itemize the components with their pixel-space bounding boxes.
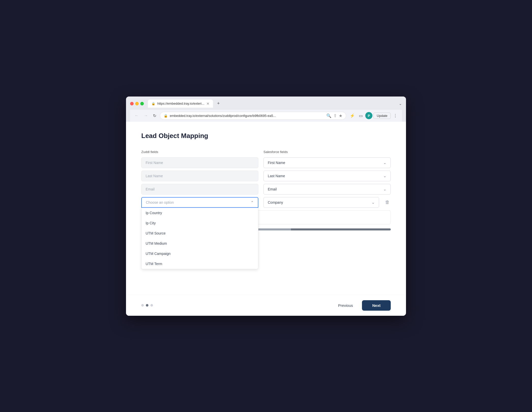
page-content: Lead Object Mapping Zuddl fields Salesfo… — [126, 122, 406, 295]
chevron-up-icon: ⌃ — [251, 200, 254, 204]
dropdown-panel: Ip Country Ip City UTM Source UTM Medium… — [141, 208, 258, 269]
traffic-lights — [130, 102, 144, 105]
dropdown-option-utm-term[interactable]: UTM Term — [142, 259, 258, 269]
browser-titlebar: 🔒 https://embedded.tray.io/exteri... ✕ +… — [126, 97, 406, 122]
zuddl-field-lastname: Last Name — [141, 171, 258, 181]
table-row: Last Name Last Name ⌄ — [141, 171, 391, 181]
traffic-light-maximize[interactable] — [140, 102, 144, 105]
extensions-icon[interactable]: ⚡ — [348, 112, 356, 119]
address-lock-icon: 🔒 — [164, 114, 168, 118]
zuddl-field-active-dropdown[interactable]: Choose an option ⌃ — [141, 197, 258, 208]
pagination-dots — [141, 304, 153, 307]
reader-icon[interactable]: ▭ — [357, 112, 364, 119]
reload-button[interactable]: ↻ — [151, 112, 158, 119]
forward-button[interactable]: → — [142, 112, 149, 119]
back-button[interactable]: ← — [133, 112, 140, 119]
salesforce-dropdown-lastname[interactable]: Last Name ⌄ — [263, 171, 391, 181]
page-title: Lead Object Mapping — [141, 132, 391, 140]
dropdown-option-ip-city[interactable]: Ip City — [142, 218, 258, 228]
tab-chevron-icon: ⌄ — [399, 102, 402, 106]
browser-tabs-row: 🔒 https://embedded.tray.io/exteri... ✕ +… — [130, 100, 402, 108]
traffic-light-minimize[interactable] — [135, 102, 139, 105]
profile-button[interactable]: P — [365, 112, 372, 119]
footer-buttons: Previous Next — [333, 300, 391, 311]
address-url: embedded.tray.io/external/solutions/zudd… — [170, 114, 276, 118]
mapping-rows: First Name First Name ⌄ Last Name Last N… — [141, 157, 391, 208]
share-icon: ⇧ — [333, 113, 337, 118]
search-icon: 🔍 — [326, 113, 331, 118]
zuddl-header: Zuddl fields — [141, 150, 258, 154]
pagination-dot-3 — [150, 304, 153, 307]
zuddl-field-email: Email — [141, 184, 258, 195]
browser-tab[interactable]: 🔒 https://embedded.tray.io/exteri... ✕ — [148, 100, 213, 108]
browser-window: 🔒 https://embedded.tray.io/exteri... ✕ +… — [126, 97, 406, 316]
toolbar-icons: ⚡ ▭ P Update ⋮ — [348, 112, 399, 119]
dropdown-option-utm-campaign[interactable]: UTM Campaign — [142, 249, 258, 259]
salesforce-value-company: Company — [268, 200, 283, 204]
tab-url-text: https://embedded.tray.io/exteri... — [157, 102, 204, 105]
page-footer: Previous Next — [126, 295, 406, 316]
mapping-section: Zuddl fields Salesforce fields First Nam… — [141, 150, 391, 285]
zuddl-field-firstname: First Name — [141, 157, 258, 168]
pagination-dot-1 — [141, 304, 144, 307]
table-row: Email Email ⌄ — [141, 184, 391, 195]
address-bar[interactable]: 🔒 embedded.tray.io/external/solutions/zu… — [160, 112, 346, 120]
choose-option-placeholder: Choose an option — [146, 200, 174, 204]
browser-toolbar: ← → ↻ 🔒 embedded.tray.io/external/soluti… — [130, 110, 402, 122]
salesforce-value-email: Email — [268, 187, 277, 191]
chevron-down-icon: ⌄ — [383, 174, 386, 178]
chevron-down-icon: ⌄ — [372, 200, 375, 204]
mapping-headers: Zuddl fields Salesforce fields — [141, 150, 391, 154]
previous-button[interactable]: Previous — [333, 301, 358, 310]
table-row: First Name First Name ⌄ — [141, 157, 391, 168]
salesforce-value-lastname: Last Name — [268, 174, 285, 178]
tab-close-button[interactable]: ✕ — [206, 102, 209, 106]
traffic-light-close[interactable] — [130, 102, 134, 105]
chevron-down-icon: ⌄ — [383, 187, 386, 191]
new-tab-button[interactable]: + — [215, 100, 222, 107]
tab-lock-icon: 🔒 — [151, 102, 155, 105]
chevron-down-icon: ⌄ — [383, 161, 386, 165]
dropdown-option-ip-country[interactable]: Ip Country — [142, 208, 258, 218]
salesforce-dropdown-email[interactable]: Email ⌄ — [263, 184, 391, 195]
pagination-dot-2 — [146, 304, 148, 307]
dropdown-option-utm-source[interactable]: UTM Source — [142, 228, 258, 238]
update-button[interactable]: Update — [373, 113, 391, 119]
table-row: Choose an option ⌃ Ip Country Ip City UT… — [141, 197, 391, 208]
salesforce-dropdown-firstname[interactable]: First Name ⌄ — [263, 157, 391, 168]
next-button[interactable]: Next — [362, 300, 391, 311]
dropdown-option-utm-medium[interactable]: UTM Medium — [142, 238, 258, 249]
delete-mapping-button[interactable]: 🗑 — [384, 199, 391, 206]
menu-button[interactable]: ⋮ — [392, 112, 399, 119]
salesforce-value-firstname: First Name — [268, 161, 285, 165]
salesforce-header: Salesforce fields — [263, 150, 391, 154]
salesforce-dropdown-company[interactable]: Company ⌄ — [263, 197, 379, 208]
bookmark-icon: ★ — [339, 113, 342, 118]
